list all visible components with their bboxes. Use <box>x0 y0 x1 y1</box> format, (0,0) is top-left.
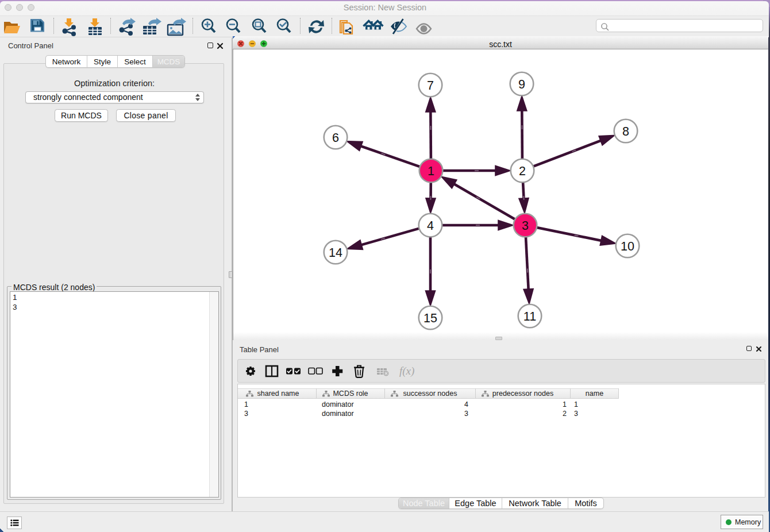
svg-text:2: 2 <box>519 164 526 178</box>
svg-text:9: 9 <box>518 78 525 91</box>
svg-text:7: 7 <box>427 79 434 92</box>
svg-text:4: 4 <box>427 219 434 233</box>
svg-text:f(x): f(x) <box>399 365 414 377</box>
svg-text:14: 14 <box>329 246 342 260</box>
svg-text:8: 8 <box>622 125 629 138</box>
svg-text:3: 3 <box>522 219 529 233</box>
svg-text:6: 6 <box>332 131 339 145</box>
svg-text:15: 15 <box>424 311 437 325</box>
svg-text:10: 10 <box>621 240 634 253</box>
svg-text:1: 1 <box>428 164 434 178</box>
svg-text:11: 11 <box>523 310 536 323</box>
